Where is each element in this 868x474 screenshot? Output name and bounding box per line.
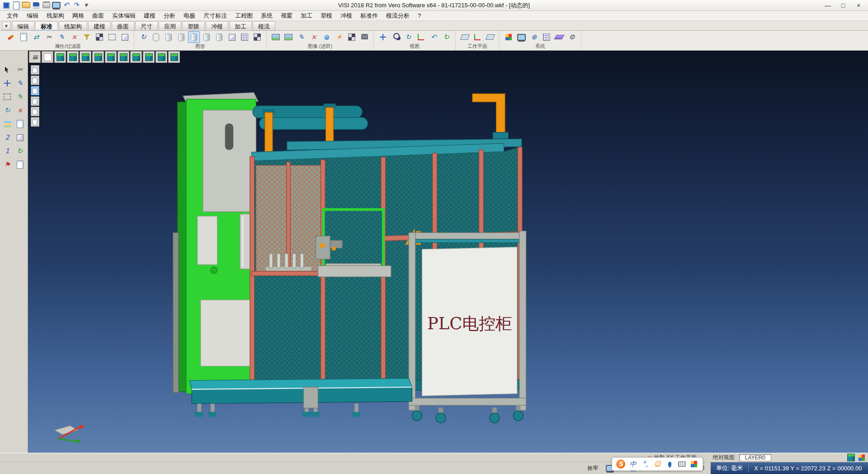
render-image-icon[interactable] [270,31,282,43]
ime-mic-icon[interactable] [665,460,674,469]
layer-slab-icon[interactable] [553,31,565,43]
color-table-icon[interactable] [503,31,514,43]
workplane-axis-icon[interactable] [472,31,483,43]
bottom-view-icon[interactable] [130,51,142,63]
tab[interactable]: 编辑 [12,21,34,30]
back-view-icon[interactable] [118,51,129,63]
left-view-icon[interactable] [105,51,117,63]
regen-graphics-icon[interactable]: ↻ [137,31,149,43]
box-display-icon[interactable] [226,31,238,43]
axis-view-icon[interactable] [415,31,427,43]
menu-item[interactable]: 编辑 [23,11,42,21]
view-mode-label[interactable]: 绝对视图 [713,454,735,461]
clipboard-icon[interactable] [14,158,26,171]
workplane-reset-icon[interactable] [484,31,496,43]
delete-icon[interactable]: × [14,104,26,117]
mini-doc-button-5[interactable] [31,107,39,116]
view-2-icon[interactable]: 2 [1,131,13,144]
axonometric-view-icon[interactable] [143,51,155,63]
settings-gear-icon[interactable]: ⚙ [566,31,578,43]
trim-icon[interactable]: ✂ [14,63,26,76]
menu-item[interactable]: 分析 [160,11,179,21]
wireframe-filter-icon[interactable] [106,31,118,43]
shadow-icon[interactable] [346,31,358,43]
menu-item[interactable]: 标准件 [356,11,382,21]
menu-item[interactable]: 视窗 [277,11,297,21]
selection-filter-icon[interactable] [81,31,93,43]
delete-image-icon[interactable]: × [308,31,320,43]
tab[interactable]: 建模 [88,21,111,30]
tab[interactable]: 应用 [159,21,181,30]
qat-customize-icon[interactable]: ▾ [81,1,90,10]
redo-icon[interactable]: ↷ [71,1,80,10]
select-arrow-icon[interactable] [1,63,13,76]
tab-overflow-button[interactable]: ▼ [2,22,11,30]
move-icon[interactable] [1,77,13,90]
grid-display-icon[interactable] [239,31,250,43]
view-status-icon[interactable] [846,453,855,462]
lighting-icon[interactable]: ☀ [333,31,345,43]
edit-attributes-icon[interactable]: ✎ [56,31,67,43]
checker-display-icon[interactable] [251,31,263,43]
new-file-icon[interactable] [12,1,21,10]
mini-doc-button-1[interactable] [31,65,39,75]
mini-doc-button-6[interactable] [31,117,39,127]
tab[interactable]: 模流 [253,21,275,30]
menu-item[interactable]: 电极 [179,11,199,21]
menu-item[interactable]: 工程图 [231,11,257,21]
previous-view-icon[interactable]: ↶ [428,31,439,43]
print-preview-icon[interactable] [52,1,61,10]
menu-item[interactable]: 尺寸标注 [199,11,231,21]
trimetric-view-icon[interactable] [168,51,180,63]
menu-item[interactable]: 曲面 [88,11,108,21]
menu-item[interactable]: 加工 [297,11,316,21]
grid-settings-icon[interactable] [541,31,552,43]
mini-doc-button-3[interactable] [31,86,39,95]
workplane-icon[interactable] [459,31,471,43]
right-view-icon[interactable] [92,51,104,63]
dynamic-rotate-icon[interactable]: ↻ [1,104,13,117]
pin-toggle[interactable]: 拴牢 [587,465,598,472]
view-menu-icon[interactable]: ≡ [29,51,41,63]
copy-properties-icon[interactable] [18,31,29,43]
annotate-icon[interactable]: ✎ [14,90,26,103]
edit-image-icon[interactable]: ✎ [295,31,307,43]
screen-icon[interactable] [515,31,527,43]
sogou-logo-icon[interactable]: S [616,460,625,469]
tab[interactable]: 线架构 [59,21,87,30]
open-file-icon[interactable] [22,1,31,10]
close-button[interactable]: × [851,0,866,10]
globe-icon[interactable]: ⊕ [528,31,540,43]
menu-item[interactable]: 网格 [68,11,88,21]
rotate-view-icon[interactable]: ↻ [402,31,414,43]
maximize-button[interactable]: □ [835,0,851,10]
ime-punct-icon[interactable]: °, [641,460,650,469]
window-select-icon[interactable] [1,90,13,103]
material-icon[interactable] [321,31,332,43]
undo-icon[interactable]: ↶ [61,1,71,10]
iso-view-icon[interactable] [54,51,66,63]
minimize-button[interactable]: — [820,0,835,10]
sketch-icon[interactable]: ✎ [14,77,26,90]
viewport-3d[interactable]: ≡ [28,51,868,453]
flag-icon[interactable]: ⚑ [1,158,13,171]
app-icon[interactable] [2,1,11,10]
menu-item[interactable]: 建模 [140,11,160,21]
cut-entities-icon[interactable]: ✂ [43,31,55,43]
draft-display-icon[interactable] [213,31,225,43]
menu-item[interactable]: 实体编辑 [108,11,140,21]
base-platform[interactable] [189,378,412,417]
ime-toolbox-icon[interactable] [689,460,698,469]
zoom-view-icon[interactable] [390,31,401,43]
solid-filter-icon[interactable] [119,31,131,43]
view-1-icon[interactable]: 1 [1,145,13,157]
menu-item[interactable]: 系统 [257,11,277,21]
layer-color-icon[interactable] [857,453,866,462]
print-icon[interactable] [42,1,51,10]
texture-image-icon[interactable] [283,31,294,43]
menu-item[interactable]: 冲模 [336,11,356,21]
modify-properties-icon[interactable] [5,31,17,43]
ime-emoji-icon[interactable]: ☺ [653,460,662,469]
pan-view-icon[interactable] [377,31,389,43]
mini-doc-button-4[interactable] [31,96,39,106]
